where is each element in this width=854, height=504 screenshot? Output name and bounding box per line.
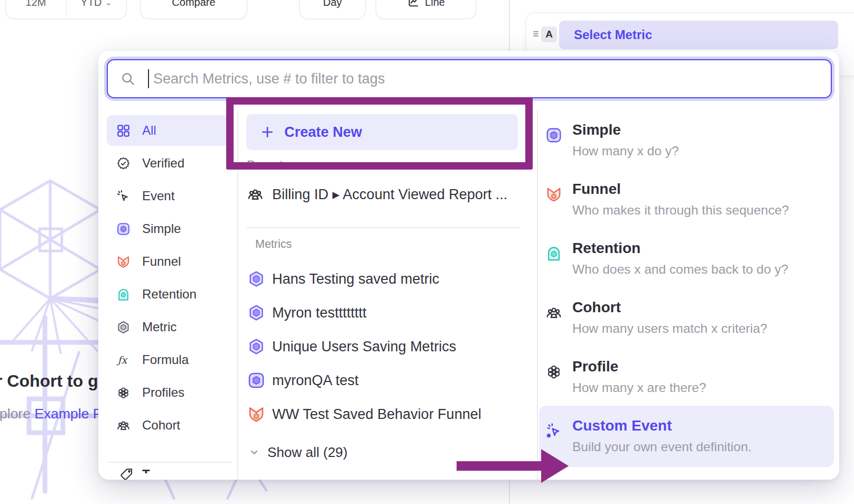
simple-icon [545, 127, 562, 144]
metric-list-item[interactable]: myronQA test [247, 363, 533, 397]
metric-hex-icon [247, 338, 265, 356]
metric-hex-icon [247, 304, 265, 322]
metric-type-custom-event[interactable]: Custom EventBuild your own event definit… [539, 413, 834, 472]
text-caret [148, 69, 149, 88]
retention-icon [545, 245, 562, 262]
recents-divider [247, 227, 520, 228]
metric-type-description: How many x do y? [572, 144, 679, 158]
date-range-group: 12M YTD ⌄ [5, 0, 127, 19]
sidebar-item-label: Event [142, 189, 174, 203]
metric-item-label: Hans Testing saved metric [272, 271, 439, 287]
compare-button[interactable]: Compare [140, 0, 247, 19]
metric-type-title: Cohort [572, 299, 621, 316]
metric-icon [116, 320, 131, 334]
grid-icon [116, 124, 131, 138]
svg-text:ƒx: ƒx [116, 354, 128, 365]
cohort-icon [247, 186, 264, 203]
metric-type-simple[interactable]: SimpleHow many x do y? [539, 117, 834, 176]
metric-type-description: How many users match x criteria? [572, 321, 767, 336]
tag-label-fragment: T [142, 467, 150, 473]
formula-icon: ƒx [116, 353, 131, 367]
sidebar-item-tags-overflow[interactable]: T [119, 467, 225, 480]
sidebar-item-label: Retention [142, 287, 197, 302]
series-badge: A [541, 26, 557, 42]
event-icon [116, 189, 131, 203]
tag-icon [119, 467, 134, 480]
funnel-icon [116, 255, 131, 269]
empty-state-link-line: plore Example R [0, 406, 103, 422]
show-all-button[interactable]: Show all (29) [248, 435, 348, 469]
explore-text-fragment: plore [0, 406, 34, 422]
sidebar-item-all[interactable]: All [107, 115, 229, 146]
show-all-label: Show all (29) [267, 444, 348, 461]
sidebar-item-label: Simple [142, 221, 181, 236]
metric-type-title: Simple [572, 122, 621, 138]
metric-item-label: myronQA test [272, 372, 359, 389]
metric-type-cohort[interactable]: CohortHow many users match x criteria? [539, 295, 834, 354]
sidebar-item-funnel[interactable]: Funnel [107, 246, 229, 277]
metric-list-item[interactable]: Myron testttttttt [247, 296, 533, 330]
sidebar-item-event[interactable]: Event [107, 181, 229, 211]
app-root: 12M YTD ⌄ Compare Day Line A Select Metr… [0, 0, 854, 504]
search-input[interactable] [107, 59, 832, 98]
metric-type-funnel[interactable]: FunnelWho makes it through this sequence… [539, 176, 834, 236]
simple-icon [116, 222, 131, 236]
metric-type-description: Build your own event definition. [572, 440, 751, 454]
select-metric-pill[interactable]: Select Metric [559, 21, 838, 49]
recents-section-label: Recents [247, 158, 289, 172]
metric-list-item[interactable]: WW Test Saved Behavior Funnel [247, 397, 533, 431]
metric-list-item[interactable]: Hans Testing saved metric [247, 262, 533, 296]
search-field-wrap [107, 59, 832, 98]
metric-type-description: Who makes it through this sequence? [572, 203, 789, 218]
chart-type-line-button[interactable]: Line [376, 0, 476, 19]
cohort-icon [116, 418, 131, 433]
plus-icon [260, 125, 275, 139]
metric-hex-icon [247, 270, 265, 288]
custom-event-icon [545, 423, 562, 440]
retention-icon [116, 287, 131, 302]
range-12m-button[interactable]: 12M [6, 0, 66, 18]
chevron-down-icon [248, 446, 260, 458]
metrics-section-label: Metrics [255, 238, 292, 251]
recent-item-label: Billing ID ▸ Account Viewed Report ... [272, 186, 507, 203]
funnel-icon [247, 405, 265, 423]
metric-type-title: Profile [572, 358, 618, 375]
granularity-day-button[interactable]: Day [299, 0, 366, 19]
sidebar-item-label: Metric [142, 320, 177, 334]
sidebar-item-label: Formula [142, 352, 189, 367]
sidebar-item-retention[interactable]: Retention [107, 279, 229, 310]
line-chart-icon [407, 0, 420, 8]
chevron-down-icon: ⌄ [105, 0, 112, 7]
sidebar-item-simple[interactable]: Simple [107, 213, 229, 244]
metric-type-title: Funnel [572, 181, 621, 198]
sidebar-item-profiles[interactable]: Profiles [107, 377, 229, 408]
drag-handle-icon[interactable] [530, 27, 542, 40]
metric-type-description: Who does x and comes back to do y? [572, 262, 788, 277]
sidebar-divider [237, 110, 238, 480]
metric-item-label: Unique Users Saving Metrics [272, 339, 456, 355]
metric-type-title: Custom Event [572, 417, 672, 434]
funnel-icon [545, 186, 562, 203]
metric-type-retention[interactable]: RetentionWho does x and comes back to do… [539, 236, 834, 295]
sidebar-item-verified[interactable]: Verified [107, 148, 229, 179]
range-ytd-label: YTD [81, 0, 102, 8]
metric-type-description: How many x are there? [572, 380, 706, 395]
example-reports-link[interactable]: Example R [34, 406, 103, 422]
create-new-button[interactable]: Create New [246, 114, 518, 150]
metric-item-label: Myron testttttttt [272, 305, 367, 321]
sidebar-item-cohort[interactable]: Cohort [107, 410, 229, 441]
sidebar-item-formula[interactable]: ƒxFormula [107, 344, 229, 375]
types-panel-divider [537, 110, 538, 480]
recent-item[interactable]: Billing ID ▸ Account Viewed Report ... [247, 178, 520, 211]
sidebar-item-label: Funnel [142, 254, 181, 269]
range-ytd-button[interactable]: YTD ⌄ [66, 0, 127, 18]
sidebar-item-label: Profiles [142, 385, 184, 400]
metric-list-item[interactable]: Unique Users Saving Metrics [247, 330, 533, 363]
simple-icon [247, 371, 265, 389]
sidebar-item-metric[interactable]: Metric [107, 312, 229, 342]
select-metric-modal: AllVerifiedEventSimpleFunnelRetentionMet… [98, 51, 839, 480]
profiles-icon [545, 363, 562, 380]
verified-icon [116, 156, 131, 171]
metric-type-profile[interactable]: ProfileHow many x are there? [539, 354, 834, 413]
sidebar-item-label: All [142, 123, 156, 138]
